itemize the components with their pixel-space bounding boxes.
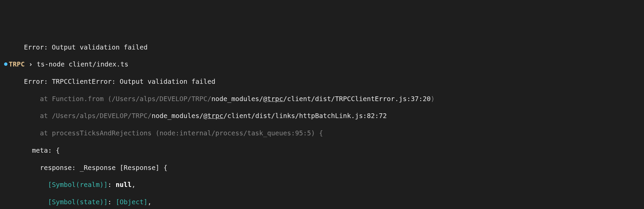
meta-open: meta: {	[0, 146, 644, 155]
stack-frame: at /Users/alps/DEVELOP/TRPC/node_modules…	[0, 112, 644, 120]
stack-frame: at Function.from (/Users/alps/DEVELOP/TR…	[0, 95, 644, 103]
prompt-separator: ›	[29, 60, 33, 68]
prompt-dir: TRPC	[9, 60, 25, 68]
response-open: response: _Response [Response] {	[0, 164, 644, 172]
stack-frame-dim: at processTicksAndRejections (node:inter…	[0, 129, 644, 137]
error-line: Error: Output validation failed	[0, 43, 147, 51]
trpc-error-line: Error: TRPCClientError: Output validatio…	[0, 78, 215, 86]
symbol-state: [Symbol(state)]: [Object],	[0, 198, 644, 206]
symbol-realm: [Symbol(realm)]: null,	[0, 180, 644, 189]
active-line-indicator	[0, 60, 5, 69]
terminal-output[interactable]: Error: Output validation failed TRPC › t…	[0, 34, 644, 209]
command-text: ts-node client/index.ts	[37, 60, 128, 68]
